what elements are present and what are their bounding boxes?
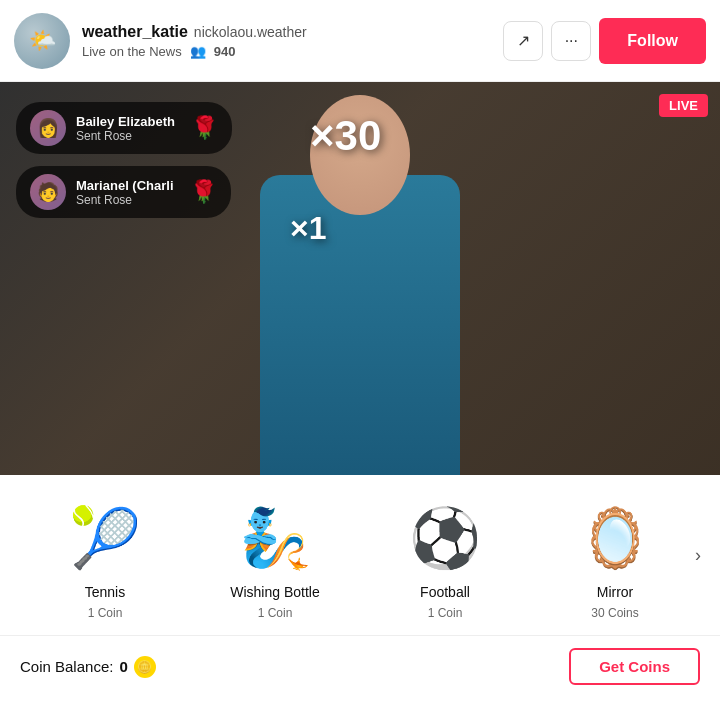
- share-button[interactable]: ↗: [503, 21, 543, 61]
- follow-button[interactable]: Follow: [599, 18, 706, 64]
- gift-item-tennis[interactable]: 🎾 Tennis 1 Coin: [45, 498, 165, 620]
- football-icon: ⚽: [405, 498, 485, 578]
- notif-action-1: Sent Rose: [76, 129, 175, 143]
- mirror-icon: 🪞: [575, 498, 655, 578]
- header: 🌤️ weather_katie nickolaou.weather Live …: [0, 0, 720, 82]
- viewers-icon: 👥: [190, 44, 206, 59]
- tennis-icon: 🎾: [65, 498, 145, 578]
- gift-name-tennis: Tennis: [85, 584, 125, 600]
- video-container: 👩 Bailey Elizabeth Sent Rose 🌹 🧑 Mariane…: [0, 82, 720, 475]
- notif-emoji-1: 🌹: [191, 115, 218, 141]
- subtitle-row: Live on the News 👥 940: [82, 44, 495, 59]
- gift-price-tennis: 1 Coin: [88, 606, 123, 620]
- viewer-count: 940: [214, 44, 236, 59]
- header-actions: ↗ ··· Follow: [503, 18, 706, 64]
- gift-item-football[interactable]: ⚽ Football 1 Coin: [385, 498, 505, 620]
- notif-text-2: Marianel (Charli Sent Rose: [76, 178, 174, 207]
- coin-balance-section: Coin Balance: 0 🪙: [20, 656, 156, 678]
- notif-avatar-1: 👩: [30, 110, 66, 146]
- notif-avatar-2: 🧑: [30, 174, 66, 210]
- gift-name-football: Football: [420, 584, 470, 600]
- username-row: weather_katie nickolaou.weather: [82, 23, 495, 41]
- gifts-section: 🎾 Tennis 1 Coin 🧞 Wishing Bottle 1 Coin …: [0, 475, 720, 635]
- notification-2: 🧑 Marianel (Charli Sent Rose 🌹: [16, 166, 231, 218]
- gift-item-wishing-bottle[interactable]: 🧞 Wishing Bottle 1 Coin: [215, 498, 335, 620]
- wishing-bottle-icon: 🧞: [235, 498, 315, 578]
- notification-1: 👩 Bailey Elizabeth Sent Rose 🌹: [16, 102, 232, 154]
- gifts-list: 🎾 Tennis 1 Coin 🧞 Wishing Bottle 1 Coin …: [0, 498, 720, 620]
- gift-price-wishing-bottle: 1 Coin: [258, 606, 293, 620]
- multiplier-1: ×1: [290, 210, 326, 247]
- display-name: nickolaou.weather: [194, 24, 307, 40]
- more-options-button[interactable]: ···: [551, 21, 591, 61]
- streamer-video: [220, 105, 500, 475]
- notif-emoji-2: 🌹: [190, 179, 217, 205]
- notif-action-2: Sent Rose: [76, 193, 174, 207]
- avatar: 🌤️: [14, 13, 70, 69]
- notif-text-1: Bailey Elizabeth Sent Rose: [76, 114, 175, 143]
- scroll-right-arrow[interactable]: ›: [684, 541, 712, 569]
- coin-amount: 0: [119, 658, 127, 675]
- notif-name-1: Bailey Elizabeth: [76, 114, 175, 129]
- gift-price-mirror: 30 Coins: [591, 606, 638, 620]
- notif-name-2: Marianel (Charli: [76, 178, 174, 193]
- live-badge: LIVE: [659, 94, 708, 117]
- live-on-news-label: Live on the News: [82, 44, 182, 59]
- get-coins-button[interactable]: Get Coins: [569, 648, 700, 685]
- gift-name-wishing-bottle: Wishing Bottle: [230, 584, 319, 600]
- coin-balance-label: Coin Balance:: [20, 658, 113, 675]
- gift-price-football: 1 Coin: [428, 606, 463, 620]
- avatar-image: 🌤️: [14, 13, 70, 69]
- gift-item-mirror[interactable]: 🪞 Mirror 30 Coins: [555, 498, 675, 620]
- header-info: weather_katie nickolaou.weather Live on …: [82, 23, 495, 59]
- gift-name-mirror: Mirror: [597, 584, 634, 600]
- username: weather_katie: [82, 23, 188, 41]
- coin-icon: 🪙: [134, 656, 156, 678]
- footer: Coin Balance: 0 🪙 Get Coins: [0, 635, 720, 697]
- multiplier-30: ×30: [310, 112, 381, 160]
